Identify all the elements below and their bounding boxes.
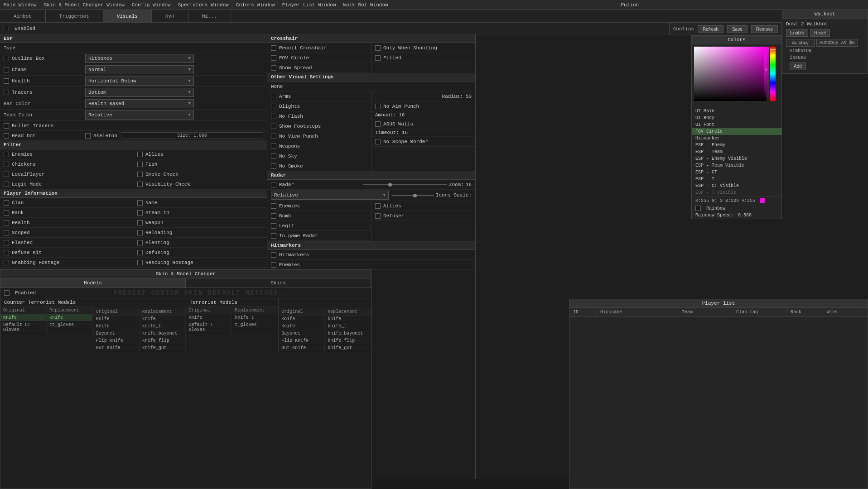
ct-rep-knife-rep-1[interactable]: knife <box>140 316 185 323</box>
hitboxes-dropdown[interactable]: Hitboxes ▼ <box>85 54 194 63</box>
ct-model-default-gloves[interactable]: Default CT Gloves <box>0 321 46 334</box>
remove-button[interactable]: Remove <box>751 25 778 33</box>
legit-mode-checkbox[interactable] <box>4 182 9 187</box>
reloading-checkbox[interactable] <box>137 230 143 235</box>
visibility-check-checkbox[interactable] <box>137 182 143 187</box>
radar-zoom-thumb[interactable] <box>388 183 392 187</box>
t-model-knife[interactable]: Knife <box>186 314 232 321</box>
no-view-punch-checkbox[interactable] <box>271 134 276 139</box>
health-checkbox[interactable] <box>4 78 9 84</box>
tab-visuals[interactable]: Visuals <box>103 10 152 22</box>
alpha-slider[interactable] <box>764 47 769 101</box>
radar-bomb-checkbox[interactable] <box>271 213 276 219</box>
skin-tab-skins[interactable]: Skins <box>186 278 371 288</box>
menu-player-list[interactable]: Player List Window <box>282 2 336 8</box>
fov-circle-checkbox[interactable] <box>271 55 276 61</box>
autobuy-button[interactable]: Autobuy <box>786 39 815 47</box>
t-rep-gut[interactable]: Gut Knife <box>279 345 324 352</box>
scoped-checkbox[interactable] <box>4 230 9 235</box>
t-rep-flip[interactable]: Flip Knife <box>279 337 324 345</box>
t-rep-flip-rep[interactable]: knife_flip <box>325 337 371 345</box>
steam-id-checkbox[interactable] <box>137 210 143 216</box>
ct-rep-knife-rep-2[interactable]: knife_t <box>140 323 185 330</box>
team-color-dropdown[interactable]: Relative ▼ <box>85 110 194 120</box>
color-esp-t[interactable]: ESP - T <box>692 176 781 182</box>
ct-replacement-knife-selected[interactable]: knife <box>47 314 92 321</box>
ct-rep-gut[interactable]: Gut Knife <box>93 345 139 352</box>
no-flash-checkbox[interactable] <box>271 114 276 119</box>
icons-scale-thumb[interactable] <box>413 194 417 197</box>
hitmarkers-checkbox[interactable] <box>271 252 276 258</box>
defusing-checkbox[interactable] <box>137 250 143 255</box>
ct-rep-bayonet-rep[interactable]: knife_bayonet <box>140 330 185 337</box>
pi-health-checkbox[interactable] <box>4 220 9 225</box>
color-ui-body[interactable]: UI Body <box>692 115 781 121</box>
tab-more[interactable]: Mi... <box>188 10 231 22</box>
skeleton-checkbox[interactable] <box>85 133 91 139</box>
t-replacement-knife[interactable]: knife_t <box>232 314 278 321</box>
t-model-default-gloves[interactable]: Default T Gloves <box>186 321 232 334</box>
bottom-dropdown[interactable]: Bottom ▼ <box>85 88 194 97</box>
tab-hvh[interactable]: HvH <box>152 10 188 22</box>
dlights-checkbox[interactable] <box>271 104 276 109</box>
head-dot-checkbox[interactable] <box>4 133 9 139</box>
menu-config[interactable]: Config Window <box>132 2 171 8</box>
horizontal-below-dropdown[interactable]: Horizontal Below ▼ <box>85 77 194 86</box>
t-rep-knife-1[interactable]: Knife <box>279 316 324 323</box>
bar-color-dropdown[interactable]: Health Based ▼ <box>85 99 194 108</box>
planting-checkbox[interactable] <box>137 240 143 245</box>
fish-checkbox[interactable] <box>137 162 143 167</box>
color-esp-ct-visible[interactable]: ESP - CT Visible <box>692 182 781 189</box>
no-scope-border-checkbox[interactable] <box>375 139 381 144</box>
refresh-button[interactable]: Refresh <box>698 25 723 33</box>
menu-skin[interactable]: Skin & Model Changer Window <box>44 2 125 8</box>
config-item-aimbotON[interactable]: AimbotON <box>786 48 864 54</box>
t-rep-bayonet-rep[interactable]: knife_bayonet <box>325 330 371 337</box>
t-rep-knife-2[interactable]: Knife <box>279 323 324 330</box>
radar-checkbox[interactable] <box>271 182 276 187</box>
defuse-kit-checkbox[interactable] <box>4 250 9 255</box>
show-spread-checkbox[interactable] <box>271 65 276 71</box>
ct-rep-flip[interactable]: Flip Knife <box>93 337 139 345</box>
no-smoke-checkbox[interactable] <box>271 163 276 169</box>
color-fov-circle[interactable]: FOV Circle <box>692 128 781 135</box>
menu-walkbot[interactable]: Walk Bot Window <box>343 2 388 8</box>
t-rep-gut-rep[interactable]: knife_gut <box>325 345 371 352</box>
rank-checkbox[interactable] <box>4 210 9 216</box>
color-esp-team-visible[interactable]: ESP - Team Visible <box>692 162 781 169</box>
ct-rep-gut-rep[interactable]: knife_gut <box>140 345 185 352</box>
rescuing-hostage-checkbox[interactable] <box>137 260 143 265</box>
recoil-crosshair-checkbox[interactable] <box>271 45 276 51</box>
radar-relative-dropdown[interactable]: Relative ▼ <box>271 191 389 200</box>
ct-rep-knife-1[interactable]: Knife <box>93 316 139 323</box>
chickens-checkbox[interactable] <box>4 162 9 167</box>
filled-checkbox[interactable] <box>375 55 381 61</box>
ct-replacement-gloves[interactable]: ct_gloves <box>47 321 92 329</box>
color-esp-team[interactable]: ESP - Team <box>692 149 781 155</box>
ct-rep-knife-2[interactable]: Knife <box>93 323 139 330</box>
skin-enabled-checkbox[interactable] <box>4 290 10 296</box>
skin-tab-models[interactable]: Models <box>0 278 186 288</box>
menu-spectators[interactable]: Spectators Window <box>178 2 229 8</box>
enemies-checkbox[interactable] <box>4 152 9 157</box>
walkbot-reset-button[interactable]: Reset <box>810 29 830 37</box>
t-rep-knife-rep-1[interactable]: knife <box>325 316 371 323</box>
t-rep-bayonet[interactable]: Bayonet <box>279 330 324 337</box>
add-config-button[interactable]: Add <box>790 62 806 70</box>
radar-enemies-checkbox[interactable] <box>271 203 276 209</box>
only-when-shooting-checkbox[interactable] <box>375 45 381 51</box>
color-esp-enemy-visible[interactable]: ESP - Enemy Visible <box>692 155 781 162</box>
no-sky-checkbox[interactable] <box>271 153 276 159</box>
walkbot-enable-button[interactable]: Enable <box>786 29 808 37</box>
radar-allies-checkbox[interactable] <box>375 203 381 209</box>
color-picker-canvas[interactable] <box>694 47 767 101</box>
color-esp-t-visible[interactable]: ESP - T Visible <box>692 189 781 196</box>
name-checkbox[interactable] <box>137 200 143 206</box>
normal-dropdown[interactable]: Normal ▼ <box>85 65 194 74</box>
hue-slider[interactable] <box>770 47 776 101</box>
ct-model-knife-selected[interactable]: Knife <box>0 314 46 321</box>
clan-checkbox[interactable] <box>4 200 9 206</box>
no-aim-punch-checkbox[interactable] <box>375 104 381 109</box>
radar-ingame-checkbox[interactable] <box>271 233 276 239</box>
color-ui-font[interactable]: UI Font <box>692 121 781 128</box>
